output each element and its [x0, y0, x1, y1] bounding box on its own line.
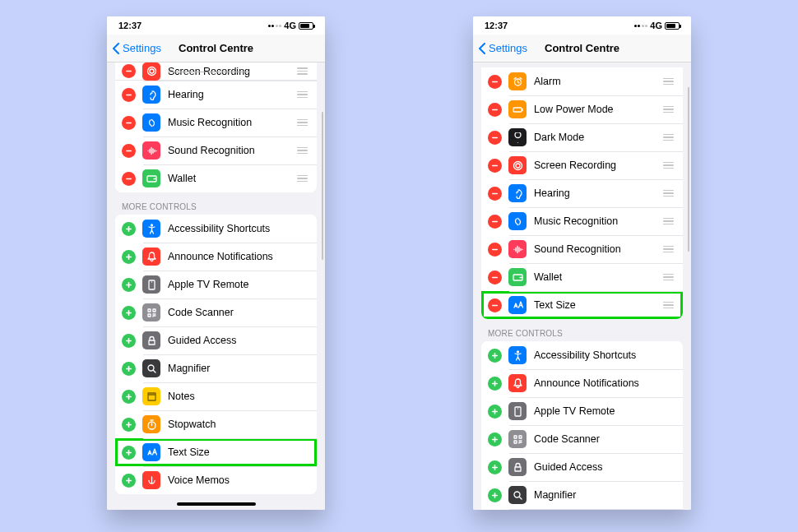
- remove-button[interactable]: [488, 271, 502, 285]
- add-button[interactable]: [122, 474, 136, 488]
- add-button[interactable]: [122, 390, 136, 404]
- list-row[interactable]: Dark Mode: [481, 123, 683, 151]
- add-button[interactable]: [122, 418, 136, 432]
- drag-handle[interactable]: [661, 302, 675, 309]
- row-label: Hearing: [534, 187, 661, 199]
- wallet-icon: [508, 268, 527, 286]
- list-row[interactable]: Wallet: [115, 164, 317, 192]
- back-button[interactable]: Settings: [478, 42, 527, 54]
- textsize-icon: [508, 296, 527, 314]
- page-title: Control Centre: [545, 42, 619, 54]
- drag-handle[interactable]: [661, 78, 675, 86]
- signal-icon: [634, 25, 648, 27]
- list-row[interactable]: Notes: [115, 382, 317, 410]
- add-button[interactable]: [122, 362, 136, 376]
- soundwave-icon: [142, 141, 160, 160]
- add-button[interactable]: [488, 377, 502, 391]
- list-row[interactable]: Screen Recording: [481, 151, 683, 179]
- add-button[interactable]: [122, 306, 136, 320]
- add-button[interactable]: [122, 250, 136, 264]
- remote-icon: [142, 275, 160, 294]
- list-row[interactable]: Stopwatch: [115, 410, 317, 438]
- add-button[interactable]: [122, 334, 136, 348]
- list-row[interactable]: Wallet: [481, 263, 683, 291]
- add-button[interactable]: [488, 349, 502, 363]
- remove-button[interactable]: [122, 116, 136, 130]
- remove-button[interactable]: [122, 88, 136, 102]
- add-button[interactable]: [122, 446, 136, 460]
- lock-icon: [508, 458, 527, 476]
- list-row[interactable]: Sound Recognition: [481, 235, 683, 263]
- list-row[interactable]: Apple TV Remote: [481, 397, 683, 425]
- remove-button[interactable]: [488, 243, 502, 257]
- list-row[interactable]: Announce Notifications: [481, 369, 683, 397]
- add-button[interactable]: [488, 460, 502, 474]
- list-row[interactable]: Accessibility Shortcuts: [115, 215, 317, 243]
- drag-handle[interactable]: [295, 67, 309, 75]
- drag-handle[interactable]: [661, 274, 675, 281]
- remove-button[interactable]: [488, 215, 502, 229]
- list-row[interactable]: Code Scanner: [481, 425, 683, 453]
- remove-button[interactable]: [488, 131, 502, 145]
- drag-handle[interactable]: [661, 246, 675, 253]
- list-row[interactable]: Magnifier: [115, 354, 317, 382]
- drag-handle[interactable]: [661, 106, 675, 113]
- included-list: Screen Recording HearingMusic Recognitio…: [115, 62, 317, 192]
- drag-handle[interactable]: [661, 218, 675, 225]
- list-row[interactable]: Music Recognition: [115, 109, 317, 136]
- drag-handle[interactable]: [295, 91, 309, 99]
- drag-handle[interactable]: [661, 190, 675, 197]
- list-row[interactable]: Hearing: [115, 81, 317, 109]
- add-button[interactable]: [488, 405, 502, 419]
- remove-button[interactable]: [488, 75, 502, 89]
- remove-button[interactable]: [488, 298, 502, 312]
- row-label: Code Scanner: [534, 433, 676, 445]
- list-row-partial[interactable]: Screen Recording: [115, 62, 317, 81]
- content-left[interactable]: Screen Recording HearingMusic Recognitio…: [107, 62, 325, 510]
- list-row[interactable]: Guided Access: [115, 326, 317, 354]
- row-label: Text Size: [534, 299, 661, 311]
- list-row[interactable]: Notes: [481, 509, 683, 510]
- scrollbar[interactable]: [688, 87, 689, 252]
- back-button[interactable]: Settings: [112, 42, 161, 54]
- row-label: Apple TV Remote: [168, 279, 310, 290]
- add-button[interactable]: [122, 278, 136, 292]
- list-row[interactable]: Sound Recognition: [115, 136, 317, 164]
- status-bar: 12:37 4G: [107, 16, 325, 35]
- list-row[interactable]: Music Recognition: [481, 207, 683, 235]
- drag-handle[interactable]: [661, 162, 675, 169]
- row-label: Wallet: [534, 271, 661, 283]
- remove-button[interactable]: [488, 159, 502, 173]
- add-button[interactable]: [122, 222, 136, 236]
- drag-handle[interactable]: [295, 119, 309, 127]
- back-label: Settings: [123, 42, 161, 54]
- add-button[interactable]: [488, 488, 502, 502]
- remove-button[interactable]: [122, 64, 136, 78]
- list-row[interactable]: Text Size: [115, 438, 317, 466]
- content-right[interactable]: AlarmLow Power ModeDark ModeScreen Recor…: [473, 62, 691, 510]
- list-row[interactable]: Magnifier: [481, 481, 683, 509]
- darkmode-icon: [508, 128, 527, 146]
- home-indicator[interactable]: [177, 502, 256, 506]
- list-row[interactable]: Announce Notifications: [115, 243, 317, 271]
- list-row[interactable]: Code Scanner: [115, 298, 317, 326]
- add-button[interactable]: [488, 433, 502, 446]
- list-row[interactable]: Voice Memos: [115, 466, 317, 494]
- list-row[interactable]: Hearing: [481, 179, 683, 207]
- remove-button[interactable]: [488, 187, 502, 201]
- remove-button[interactable]: [122, 172, 136, 186]
- scrollbar[interactable]: [322, 112, 323, 260]
- list-row[interactable]: Guided Access: [481, 453, 683, 481]
- list-row[interactable]: Low Power Mode: [481, 95, 683, 123]
- list-row[interactable]: Alarm: [481, 67, 683, 95]
- chevron-left-icon: [478, 43, 486, 54]
- list-row[interactable]: Apple TV Remote: [115, 271, 317, 298]
- drag-handle[interactable]: [661, 134, 675, 141]
- list-row[interactable]: Text Size: [481, 291, 683, 319]
- list-row[interactable]: Accessibility Shortcuts: [481, 341, 683, 369]
- qr-icon: [142, 303, 160, 322]
- remove-button[interactable]: [488, 103, 502, 117]
- remove-button[interactable]: [122, 144, 136, 158]
- drag-handle[interactable]: [295, 175, 309, 183]
- drag-handle[interactable]: [295, 147, 309, 155]
